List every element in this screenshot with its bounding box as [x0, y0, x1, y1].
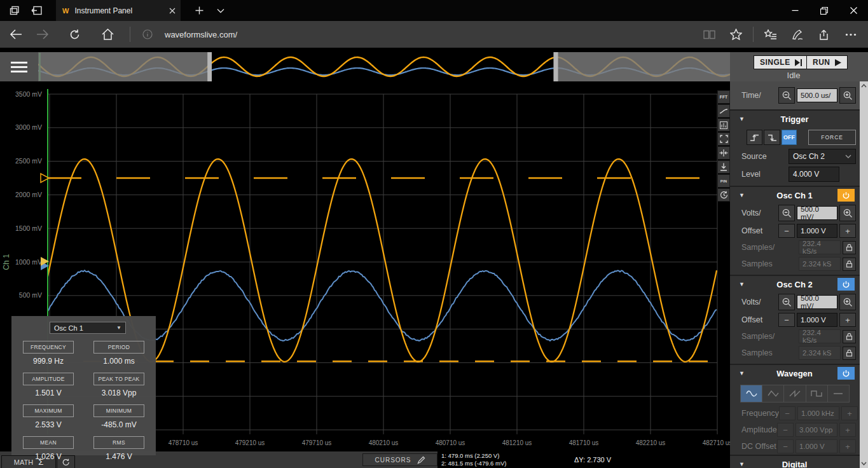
level-label: Level	[741, 170, 789, 179]
reading-view-icon[interactable]	[698, 24, 720, 45]
interpolation-button[interactable]	[717, 104, 730, 118]
falling-edge-button[interactable]	[764, 130, 780, 145]
tab-list-chevron-icon[interactable]	[210, 0, 231, 21]
collapse-arrow-icon[interactable]: ▼	[739, 370, 752, 376]
measurement-value: -485.0 mV	[93, 420, 144, 429]
lock-icon[interactable]	[843, 241, 856, 254]
tab-close-icon[interactable]	[169, 8, 176, 14]
ch1-volts-zoom-in-button[interactable]	[839, 205, 856, 221]
measurement-button[interactable]: AMPLITUDE	[23, 373, 74, 385]
measurement-button[interactable]: PERIOD	[93, 341, 144, 354]
ch2-volts-input[interactable]: 500.0 mV/	[797, 295, 837, 309]
run-label: RUN	[813, 58, 830, 67]
trigger-section-header[interactable]: ▼ Trigger	[730, 109, 860, 127]
collapse-arrow-icon[interactable]: ▼	[739, 461, 752, 467]
panel-scrollbar[interactable]	[860, 81, 868, 468]
collapse-arrow-icon[interactable]: ▼	[739, 192, 752, 198]
ch1-volts-input[interactable]: 500.0 mV/	[797, 206, 837, 220]
forward-button[interactable]	[32, 24, 53, 45]
history-button[interactable]	[717, 188, 730, 202]
triangle-wave-button[interactable]	[762, 385, 784, 402]
ch1-offset-increment-button[interactable]: +	[839, 224, 856, 238]
measurement-button[interactable]: PEAK TO PEAK	[93, 373, 144, 385]
osc-ch1-title: Osc Ch 1	[752, 191, 837, 200]
scroll-down-icon[interactable]	[860, 459, 868, 468]
measurement-cell: MAXIMUM2.533 V	[23, 403, 74, 432]
navigator-right-handle[interactable]	[554, 52, 558, 81]
scroll-up-icon[interactable]	[860, 81, 868, 90]
site-info-icon[interactable]	[137, 24, 158, 45]
single-button[interactable]: SINGLE	[754, 55, 809, 69]
collapse-arrow-icon[interactable]: ▼	[739, 281, 752, 287]
osc-ch1-section-header[interactable]: ▼ Osc Ch 1	[730, 186, 860, 203]
back-button[interactable]	[5, 24, 27, 45]
ch2-volts-zoom-out-button[interactable]	[778, 294, 795, 310]
lock-icon[interactable]	[843, 347, 856, 360]
time-zoom-in-button[interactable]	[839, 87, 856, 104]
share-icon[interactable]	[813, 24, 835, 45]
settings-ellipsis-icon[interactable]	[840, 24, 862, 45]
fft-button[interactable]: FFT	[717, 90, 730, 104]
refresh-button[interactable]	[64, 24, 85, 45]
rising-edge-button[interactable]	[747, 130, 762, 145]
browser-tab[interactable]: W Instrument Panel	[56, 0, 181, 21]
fullscreen-button[interactable]	[717, 132, 730, 146]
sine-wave-button[interactable]	[741, 385, 762, 402]
restore-window-button[interactable]	[809, 0, 839, 21]
home-button[interactable]	[97, 24, 118, 45]
wavegen-section-header[interactable]: ▼ Wavegen	[730, 364, 860, 382]
lock-icon[interactable]	[843, 330, 856, 343]
new-tab-button[interactable]	[188, 0, 210, 21]
trigger-source-dropdown[interactable]: Osc Ch 2	[789, 149, 856, 164]
ch1-offset-decrement-button[interactable]: −	[778, 224, 795, 238]
ch1-offset-input[interactable]: 1.000 V	[797, 224, 837, 238]
wavegen-amplitude-row: Amplitude − 3.000 Vpp +	[730, 422, 860, 438]
time-input[interactable]: 500.0 us/	[797, 88, 837, 102]
close-window-button[interactable]	[839, 0, 868, 21]
measurement-channel-dropdown[interactable]: Osc Ch 1 ▼	[50, 322, 126, 334]
ch1-volts-zoom-out-button[interactable]	[778, 205, 795, 221]
trigger-level-input[interactable]: 4.000 V	[789, 167, 839, 182]
waveform-navigator[interactable]	[38, 52, 730, 81]
collapse-arrow-icon[interactable]: ▼	[739, 116, 752, 122]
cursors-button[interactable]: CURSORS	[362, 453, 437, 466]
samples-label: Samples	[741, 259, 799, 268]
cursors-label: CURSORS	[375, 457, 411, 464]
sawtooth-wave-button[interactable]	[784, 385, 806, 402]
force-trigger-button[interactable]: FORCE	[808, 130, 856, 145]
url-text[interactable]: waveformslive.com/	[165, 30, 237, 39]
wavegen-power-button[interactable]	[837, 367, 855, 380]
pin-button[interactable]: PIN	[717, 174, 730, 188]
run-button[interactable]: RUN	[806, 55, 848, 69]
ch1-power-button[interactable]	[837, 189, 855, 202]
annotate-pen-icon[interactable]	[787, 24, 808, 45]
lock-icon[interactable]	[843, 258, 856, 271]
ch2-offset-increment-button[interactable]: +	[839, 313, 856, 327]
navigator-left-handle[interactable]	[207, 52, 212, 81]
autocenter-button[interactable]	[717, 146, 730, 160]
bar-graph-button[interactable]	[717, 118, 730, 132]
trigger-off-button[interactable]: OFF	[782, 130, 797, 145]
timebase-row: Time/ 500.0 us/	[730, 81, 860, 109]
ch2-volts-zoom-in-button[interactable]	[839, 294, 856, 310]
measurement-button[interactable]: MAXIMUM	[23, 404, 74, 417]
ch2-power-button[interactable]	[837, 278, 855, 291]
set-aside-tabs-icon[interactable]	[4, 0, 25, 21]
export-button[interactable]	[717, 160, 730, 174]
dc-wave-button[interactable]	[828, 385, 849, 402]
osc-ch2-section-header[interactable]: ▼ Osc Ch 2	[730, 275, 860, 292]
time-zoom-out-button[interactable]	[778, 87, 795, 104]
menu-hamburger-button[interactable]	[0, 52, 38, 81]
measurement-button[interactable]: MINIMUM	[93, 404, 144, 417]
restore-tabs-icon[interactable]	[25, 0, 47, 21]
add-favorite-star-icon[interactable]	[725, 24, 747, 45]
favorites-hub-icon[interactable]	[760, 24, 782, 45]
measurement-button[interactable]: MEAN	[23, 436, 74, 449]
minimize-button[interactable]	[780, 0, 809, 21]
measurement-button[interactable]: FREQUENCY	[23, 341, 74, 354]
digital-section-header[interactable]: ▼ Digital	[730, 455, 860, 468]
square-wave-button[interactable]	[806, 385, 828, 402]
measurement-button[interactable]: RMS	[93, 436, 144, 449]
ch2-offset-decrement-button[interactable]: −	[778, 313, 795, 327]
ch2-offset-input[interactable]: 1.000 V	[797, 313, 837, 327]
